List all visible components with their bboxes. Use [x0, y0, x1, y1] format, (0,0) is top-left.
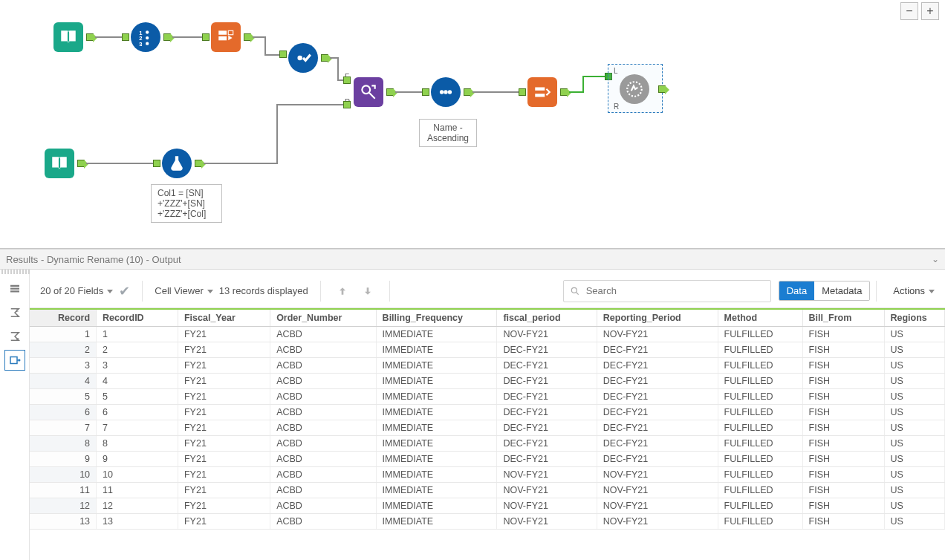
join-tool-selected[interactable] — [620, 74, 649, 104]
column-header[interactable]: fiscal_period — [497, 309, 597, 327]
column-header[interactable]: Regions — [884, 309, 945, 327]
dynamic-rename-tool[interactable] — [527, 77, 557, 107]
cell-viewer-dropdown[interactable]: Cell Viewer — [155, 285, 213, 296]
anchor-out[interactable] — [560, 88, 568, 96]
table-cell: FULFILLED — [718, 467, 802, 483]
flask-icon — [167, 154, 186, 173]
column-header[interactable]: Record — [30, 309, 97, 327]
sigma-r-icon[interactable]: R — [4, 326, 25, 347]
results-panel-header[interactable]: Results - Dynamic Rename (10) - Output ⌄ — [0, 249, 945, 270]
move-down-button[interactable] — [358, 281, 377, 301]
sigma-l-icon[interactable]: L — [4, 302, 25, 323]
input-data-tool-1[interactable] — [53, 22, 83, 52]
table-cell: IMMEDIATE — [376, 436, 497, 452]
column-header[interactable]: Method — [718, 309, 802, 327]
anchor-out[interactable] — [464, 88, 471, 96]
table-cell: FY21 — [178, 342, 270, 358]
separator — [320, 281, 321, 302]
anchor-out[interactable] — [86, 33, 94, 41]
table-row[interactable]: 1212FY21ACBDIMMEDIATENOV-FY21NOV-FY21FUL… — [30, 498, 945, 514]
table-cell: US — [884, 498, 945, 514]
tab-metadata[interactable]: Metadata — [814, 281, 869, 300]
connector — [582, 76, 584, 93]
move-up-button[interactable] — [333, 281, 352, 301]
search-input[interactable] — [585, 284, 764, 297]
sort-tool[interactable] — [431, 77, 461, 107]
anchor-out[interactable] — [386, 88, 394, 96]
anchor-out[interactable] — [195, 160, 202, 167]
anchor-in[interactable] — [279, 51, 287, 58]
note-line: Ascending — [426, 133, 470, 143]
table-cell: DEC-FY21 — [497, 420, 597, 436]
formula-annotation: Col1 = [SN] +'ZZZ'+[SN] +'ZZZ'+[Col] — [151, 184, 222, 223]
anchor-in[interactable] — [422, 88, 429, 96]
table-cell: FULFILLED — [718, 342, 802, 358]
table-row[interactable]: 1313FY21ACBDIMMEDIATENOV-FY21NOV-FY21FUL… — [30, 514, 945, 530]
table-row[interactable]: 77FY21ACBDIMMEDIATEDEC-FY21DEC-FY21FULFI… — [30, 420, 945, 436]
fields-dropdown[interactable]: 20 of 20 Fields — [40, 285, 113, 296]
zoom-in-button[interactable]: + — [921, 2, 939, 20]
table-cell: 6 — [30, 405, 97, 420]
svg-line-11 — [369, 93, 375, 99]
anchor-out[interactable] — [658, 85, 666, 93]
table-row[interactable]: 44FY21ACBDIMMEDIATEDEC-FY21DEC-FY21FULFI… — [30, 374, 945, 389]
connector — [95, 36, 122, 38]
column-header[interactable]: Billing_Frequency — [376, 309, 497, 327]
table-row[interactable]: 11FY21ACBDIMMEDIATENOV-FY21NOV-FY21FULFI… — [30, 327, 945, 342]
field-info-tool[interactable] — [211, 22, 241, 52]
column-header[interactable]: Bill_From — [802, 309, 884, 327]
table-row[interactable]: 22FY21ACBDIMMEDIATEDEC-FY21DEC-FY21FULFI… — [30, 342, 945, 358]
results-table-wrap[interactable]: RecordRecordIDFiscal_YearOrder_NumberBil… — [30, 308, 945, 560]
table-cell: 5 — [97, 389, 178, 405]
chevron-down-icon[interactable]: ⌄ — [932, 254, 939, 264]
anchor-in[interactable] — [153, 160, 160, 167]
table-row[interactable]: 66FY21ACBDIMMEDIATEDEC-FY21DEC-FY21FULFI… — [30, 405, 945, 420]
anchor-in-f[interactable] — [343, 76, 351, 84]
output-anchor-icon[interactable] — [4, 350, 25, 371]
table-cell: FISH — [802, 467, 884, 483]
table-cell: FY21 — [178, 327, 270, 342]
table-cell: IMMEDIATE — [376, 452, 497, 467]
anchor-in-r[interactable] — [343, 101, 351, 108]
anchor-out[interactable] — [77, 160, 85, 167]
table-row[interactable]: 1010FY21ACBDIMMEDIATENOV-FY21NOV-FY21FUL… — [30, 467, 945, 483]
anchor-out[interactable] — [163, 33, 171, 41]
view-segmented: Data Metadata — [779, 281, 871, 301]
table-row[interactable]: 55FY21ACBDIMMEDIATEDEC-FY21DEC-FY21FULFI… — [30, 389, 945, 405]
tab-data[interactable]: Data — [779, 281, 814, 300]
anchor-out[interactable] — [321, 54, 328, 62]
svg-rect-19 — [10, 288, 19, 290]
table-row[interactable]: 99FY21ACBDIMMEDIATEDEC-FY21DEC-FY21FULFI… — [30, 452, 945, 467]
column-header[interactable]: Fiscal_Year — [178, 309, 270, 327]
table-cell: 3 — [30, 358, 97, 374]
messages-icon[interactable] — [4, 279, 25, 299]
zoom-out-button[interactable]: − — [900, 2, 918, 20]
column-header[interactable]: Reporting_Period — [597, 309, 718, 327]
workflow-canvas[interactable]: − + 123 F Name - Ascending — [0, 0, 945, 249]
column-header[interactable]: RecordID — [97, 309, 178, 327]
connector — [204, 163, 278, 164]
input-data-tool-2[interactable] — [45, 149, 74, 178]
select-tool[interactable] — [288, 43, 318, 73]
anchor-out[interactable] — [244, 33, 251, 41]
actions-dropdown[interactable]: Actions — [893, 285, 935, 296]
table-row[interactable]: 33FY21ACBDIMMEDIATEDEC-FY21DEC-FY21FULFI… — [30, 358, 945, 374]
table-cell: 7 — [97, 420, 178, 436]
table-cell: FISH — [802, 483, 884, 498]
separator — [389, 281, 390, 302]
anchor-in[interactable] — [519, 88, 526, 96]
anchor-in[interactable] — [202, 33, 210, 41]
search-input-wrap[interactable] — [563, 280, 771, 302]
table-row[interactable]: 1111FY21ACBDIMMEDIATENOV-FY21NOV-FY21FUL… — [30, 483, 945, 498]
anchor-in[interactable] — [122, 33, 129, 41]
find-replace-tool[interactable] — [354, 77, 383, 107]
table-row[interactable]: 88FY21ACBDIMMEDIATEDEC-FY21DEC-FY21FULFI… — [30, 436, 945, 452]
record-id-tool[interactable]: 123 — [131, 22, 160, 52]
results-toolbar: 20 of 20 Fields ✔ Cell Viewer 13 records… — [30, 274, 945, 308]
formula-tool[interactable] — [162, 149, 192, 178]
check-icon[interactable]: ✔ — [119, 283, 130, 299]
column-header[interactable]: Order_Number — [270, 309, 376, 327]
table-cell: IMMEDIATE — [376, 467, 497, 483]
table-cell: FISH — [802, 327, 884, 342]
connector — [337, 79, 343, 81]
